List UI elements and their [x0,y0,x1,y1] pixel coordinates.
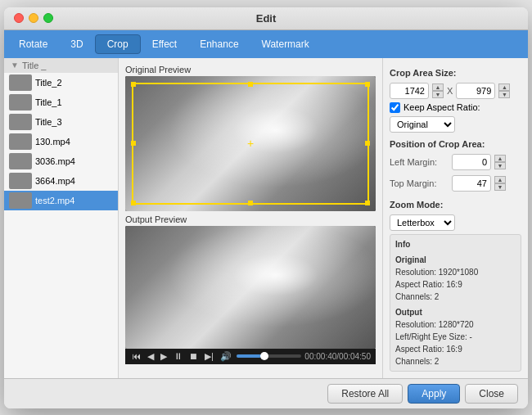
height-up[interactable]: ▲ [498,83,510,91]
crop-handle-tr[interactable] [365,82,370,87]
output-preview-section: Output Preview ⏮ ◀ ▶ ⏸ ⏹ ▶| 🔊 [125,214,376,364]
original-preview: + [125,76,376,211]
top-down[interactable]: ▼ [494,183,506,191]
sidebar-header-label: Title _ [22,61,47,70]
sidebar-label-title3: Title_3 [35,117,62,127]
time-display: 00:00:40/00:04:50 [304,352,371,361]
original-preview-label: Original Preview [125,65,376,74]
output-preview [125,226,376,349]
left-margin-row: Left Margin: ▲ ▼ [390,154,521,170]
crop-width-input[interactable] [390,83,429,99]
minimize-button[interactable] [29,13,38,23]
output-info-label: Output [395,306,516,318]
sidebar-item-3664mp4[interactable]: 3664.mp4 [4,171,118,191]
video-controls: ⏮ ◀ ▶ ⏸ ⏹ ▶| 🔊 00:00:40/00:04:50 [125,349,376,364]
height-down[interactable]: ▼ [498,91,510,98]
tab-enhance[interactable]: Enhance [188,35,250,53]
original-aspect: Aspect Ratio: 16:9 [395,278,516,291]
tab-3d[interactable]: 3D [59,35,94,53]
tab-crop[interactable]: Crop [95,34,141,54]
volume-button[interactable]: 🔊 [219,351,233,362]
left-margin-input[interactable] [452,154,491,170]
crop-height-input[interactable] [456,83,495,99]
crop-handle-ml[interactable] [131,141,136,146]
sidebar-item-title1[interactable]: Title_1 [4,92,118,112]
traffic-lights [14,13,53,23]
crop-handle-tc[interactable] [248,82,253,87]
aspect-select-row: Original 16:9 4:3 1:1 [390,116,521,133]
crop-overlay[interactable]: + [132,83,369,205]
zoom-mode-select[interactable]: Letterbox Pan & Scan Full [390,214,455,231]
height-stepper: ▲ ▼ [498,83,510,98]
crop-handle-tl[interactable] [131,82,136,87]
prev-frame-button[interactable]: ◀ [146,351,156,362]
skip-back-button[interactable]: ⏮ [130,351,142,361]
width-down[interactable]: ▼ [432,91,444,98]
left-down[interactable]: ▼ [494,162,506,169]
sidebar-label-title1: Title_1 [35,97,62,107]
top-stepper: ▲ ▼ [494,176,506,191]
crop-handle-mr[interactable] [365,141,370,146]
width-up[interactable]: ▲ [432,83,444,91]
preview-area: Original Preview [119,58,382,378]
top-margin-label: Top Margin: [390,178,449,188]
tab-rotate[interactable]: Rotate [7,35,59,53]
title-bar: Edit [4,7,528,30]
next-frame-button[interactable]: ▶| [203,351,215,362]
play-button[interactable]: ▶ [159,351,169,362]
zoom-select-row: Letterbox Pan & Scan Full [390,214,521,231]
sidebar-label-3036mp4: 3036.mp4 [35,156,75,166]
top-up[interactable]: ▲ [494,176,506,183]
sidebar-label-130mp4: 130.mp4 [35,137,70,147]
left-up[interactable]: ▲ [494,155,506,162]
sidebar-label-test2mp4: test2.mp4 [35,196,74,205]
aspect-ratio-select[interactable]: Original 16:9 4:3 1:1 [390,116,455,133]
sidebar-item-130mp4[interactable]: 130.mp4 [4,132,118,151]
keep-aspect-label: Keep Aspect Ratio: [404,102,480,112]
sidebar-item-test2mp4[interactable]: test2.mp4 [4,191,118,210]
sidebar-header: ▼ Title _ [4,58,118,73]
restore-all-button[interactable]: Restore All [327,384,403,404]
stop-button[interactable]: ⏹ [187,351,200,361]
sidebar-item-3036mp4[interactable]: 3036.mp4 [4,151,118,171]
output-video-content [125,226,376,349]
sidebar-thumb-title3 [9,114,32,130]
close-button[interactable] [14,13,24,23]
apply-button[interactable]: Apply [408,384,460,404]
toolbar: Rotate 3D Crop Effect Enhance Watermark [4,30,528,58]
original-preview-section: Original Preview [125,65,376,211]
original-channels: Channels: 2 [395,291,516,303]
pause-button[interactable]: ⏸ [172,351,184,361]
sidebar-thumb-test2mp4 [9,192,32,209]
crop-size-row: ▲ ▼ X ▲ ▼ [390,83,521,99]
content-area: ▼ Title _ Title_2 Title_1 Title_3 130.mp… [4,58,528,378]
top-margin-input[interactable] [452,175,491,192]
sidebar-item-title3[interactable]: Title_3 [4,112,118,132]
output-channels: Channels: 2 [395,355,516,368]
progress-bar[interactable] [237,354,302,358]
close-button-bottom[interactable]: Close [465,384,518,404]
crop-area-size-label: Crop Area Size: [390,68,521,78]
keep-aspect-checkbox[interactable] [390,102,400,113]
sidebar-thumb-title1 [9,94,32,111]
sidebar-item-title2[interactable]: Title_2 [4,73,118,92]
top-margin-row: Top Margin: ▲ ▼ [390,175,521,192]
width-stepper: ▲ ▼ [432,83,444,98]
crop-handle-br[interactable] [365,201,370,205]
left-margin-label: Left Margin: [390,157,449,167]
crop-handle-bl[interactable] [131,201,136,205]
original-resolution: Resolution: 1920*1080 [395,266,516,278]
bottom-bar: Restore All Apply Close [4,378,528,408]
sidebar-thumb-3664mp4 [9,173,32,189]
sidebar-thumb-3036mp4 [9,153,32,169]
tab-effect[interactable]: Effect [141,35,188,53]
crop-handle-bc[interactable] [248,201,253,205]
output-left-right: Left/Right Eye Size: - [395,331,516,343]
original-video-content: + [125,76,376,211]
right-panel: Crop Area Size: ▲ ▼ X ▲ ▼ [382,58,528,378]
original-info-label: Original [395,254,516,266]
tab-watermark[interactable]: Watermark [250,35,321,53]
maximize-button[interactable] [43,13,53,23]
output-aspect: Aspect Ratio: 16:9 [395,343,516,355]
position-label: Position of Crop Area: [390,139,521,149]
